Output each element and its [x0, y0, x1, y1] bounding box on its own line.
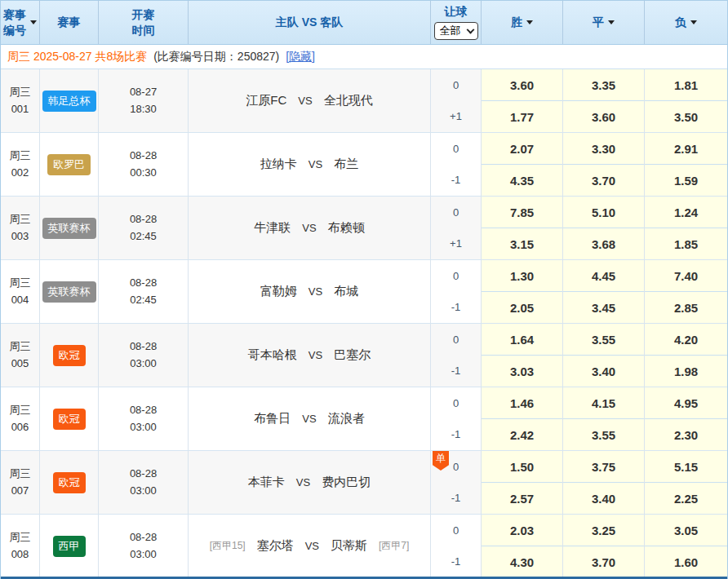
odds-cell-lose-line0[interactable]: 7.40	[645, 260, 727, 292]
odds-cell-win-line0[interactable]: 3.60	[482, 69, 562, 101]
odds-cell-lose-line1[interactable]: 2.30	[645, 419, 727, 450]
teams-cell: 本菲卡 VS 费内巴切	[189, 451, 431, 514]
handicap-filter-select[interactable]: 全部	[434, 22, 478, 40]
odds-cell-draw-line0[interactable]: 3.25	[563, 515, 644, 546]
match-number-cell: 周三 004	[1, 260, 40, 323]
odds-cell-win-line1[interactable]: 3.15	[482, 228, 562, 259]
odds-cell-win-line1[interactable]: 3.03	[482, 356, 562, 387]
odds-cell-win-line0[interactable]: 7.85	[482, 197, 562, 228]
odds-cell-win-line0[interactable]: 1.30	[482, 260, 562, 292]
odds-cell-draw-line1[interactable]: 3.70	[563, 165, 644, 196]
kickoff-date-label: 08-28	[130, 148, 157, 165]
odds-cell-draw-line1[interactable]: 3.40	[563, 483, 644, 514]
odds-cell-lose-line1[interactable]: 1.59	[645, 165, 727, 196]
odds-cell-draw-line1[interactable]: 3.60	[563, 101, 644, 132]
odds-cell-draw-line0[interactable]: 3.30	[563, 133, 644, 165]
hide-link[interactable]: [隐藏]	[286, 50, 315, 64]
teams-cell: 江原FC VS 全北现代	[189, 69, 431, 132]
odds-cell-win-line0[interactable]: 1.46	[482, 387, 562, 419]
column-header-match-no[interactable]: 赛事 编号	[1, 1, 40, 44]
match-day-label: 周三	[10, 84, 31, 101]
lose-odds-column: 3.05 1.60	[645, 515, 727, 577]
odds-cell-lose-line1[interactable]: 2.25	[645, 483, 727, 514]
odds-cell-win-line1[interactable]: 1.77	[482, 101, 562, 132]
handicap-value: 0	[431, 260, 481, 292]
league-badge: 韩足总杯	[42, 91, 96, 112]
kickoff-time-cell: 08-28 02:45	[99, 260, 189, 323]
sort-arrow-icon[interactable]	[608, 20, 615, 24]
odds-cell-lose-line1[interactable]: 1.98	[645, 356, 727, 387]
home-team-name: 江原FC	[246, 93, 286, 108]
away-team-rank: [西甲7]	[379, 539, 409, 553]
odds-cell-win-line0[interactable]: 1.50	[482, 451, 562, 483]
kickoff-time-label: 03:00	[130, 483, 157, 500]
sort-arrow-icon[interactable]	[30, 20, 37, 24]
odds-cell-lose-line1[interactable]: 1.85	[645, 228, 727, 259]
handicap-cell: 单 0 +1	[431, 69, 482, 132]
league-cell: 欧冠	[40, 451, 99, 514]
away-team-name: 布赖顿	[328, 220, 365, 236]
match-number-cell: 周三 002	[1, 133, 40, 196]
odds-cell-lose-line0[interactable]: 5.15	[645, 451, 727, 483]
odds-cell-draw-line0[interactable]: 5.10	[563, 197, 644, 228]
win-odds-column: 1.30 2.05	[482, 260, 563, 323]
odds-cell-lose-line0[interactable]: 4.95	[645, 387, 727, 419]
vs-label: VS	[309, 158, 322, 170]
match-id-date-text: (比赛编号日期：250827)	[153, 50, 279, 64]
column-header-lose[interactable]: 负	[645, 1, 727, 44]
odds-cell-draw-line0[interactable]: 4.45	[563, 260, 644, 292]
odds-cell-draw-line1[interactable]: 3.68	[563, 228, 644, 259]
handicap-value: -1	[431, 356, 481, 387]
odds-cell-win-line1[interactable]: 2.42	[482, 419, 562, 450]
odds-cell-lose-line0[interactable]: 2.91	[645, 133, 727, 165]
odds-cell-lose-line0[interactable]: 3.05	[645, 515, 727, 546]
odds-cell-draw-line0[interactable]: 3.35	[563, 69, 644, 101]
odds-cell-lose-line0[interactable]: 1.24	[645, 197, 727, 228]
odds-cell-lose-line0[interactable]: 1.81	[645, 69, 727, 101]
sort-arrow-icon[interactable]	[690, 20, 697, 24]
odds-cell-lose-line0[interactable]: 4.20	[645, 324, 727, 356]
odds-cell-draw-line1[interactable]: 3.40	[563, 356, 644, 387]
match-day-label: 周三	[10, 338, 31, 356]
match-number-label: 006	[11, 419, 29, 436]
odds-cell-lose-line1[interactable]: 3.50	[645, 101, 727, 132]
odds-cell-lose-line1[interactable]: 1.60	[645, 546, 727, 577]
teams-cell: [西甲15] 塞尔塔 VS 贝蒂斯 [西甲7]	[189, 515, 431, 577]
odds-cell-win-line1[interactable]: 2.05	[482, 292, 562, 323]
kickoff-time-cell: 08-27 18:30	[99, 69, 189, 132]
sort-arrow-icon[interactable]	[526, 20, 533, 24]
home-team-name: 牛津联	[254, 220, 291, 236]
odds-cell-draw-line0[interactable]: 4.15	[563, 387, 644, 419]
odds-cell-draw-line0[interactable]: 3.75	[563, 451, 644, 483]
handicap-value: -1	[431, 546, 481, 578]
odds-cell-win-line1[interactable]: 4.30	[482, 546, 562, 577]
win-odds-column: 7.85 3.15	[482, 197, 563, 259]
handicap-cell: 单 0 -1	[431, 387, 482, 450]
odds-cell-draw-line1[interactable]: 3.70	[563, 546, 644, 577]
date-summary-bar: 周三 2025-08-27 共8场比赛 (比赛编号日期：250827) [隐藏]	[1, 45, 727, 69]
odds-cell-draw-line1[interactable]: 3.55	[563, 419, 644, 450]
odds-cell-win-line1[interactable]: 2.57	[482, 483, 562, 514]
column-header-draw[interactable]: 平	[563, 1, 645, 44]
vs-label: VS	[305, 540, 319, 552]
win-odds-column: 3.60 1.77	[482, 69, 563, 132]
draw-odds-column: 3.30 3.70	[563, 133, 645, 196]
odds-cell-draw-line0[interactable]: 3.55	[563, 324, 644, 356]
column-header-time: 开赛 时间	[99, 1, 189, 44]
odds-cell-win-line0[interactable]: 2.07	[482, 133, 562, 165]
match-row: 周三 005 欧冠 08-28 03:00 哥本哈根 VS 巴塞尔 单 0 -1…	[1, 324, 727, 387]
kickoff-time-label: 02:45	[130, 228, 157, 245]
odds-cell-lose-line1[interactable]: 2.85	[645, 292, 727, 323]
handicap-value: -1	[431, 419, 481, 451]
match-row: 周三 004 英联赛杯 08-28 02:45 富勒姆 VS 布城 单 0 -1…	[1, 260, 727, 324]
column-header-win[interactable]: 胜	[482, 1, 563, 44]
kickoff-time-cell: 08-28 03:00	[99, 515, 189, 577]
odds-cell-win-line1[interactable]: 4.35	[482, 165, 562, 196]
odds-cell-win-line0[interactable]: 2.03	[482, 515, 562, 546]
draw-odds-column: 4.15 3.55	[563, 387, 645, 450]
odds-cell-win-line0[interactable]: 1.64	[482, 324, 562, 356]
kickoff-date-label: 08-28	[130, 466, 157, 483]
kickoff-time-label: 03:00	[130, 546, 157, 564]
draw-odds-column: 3.25 3.70	[563, 515, 645, 577]
odds-cell-draw-line1[interactable]: 3.45	[563, 292, 644, 323]
